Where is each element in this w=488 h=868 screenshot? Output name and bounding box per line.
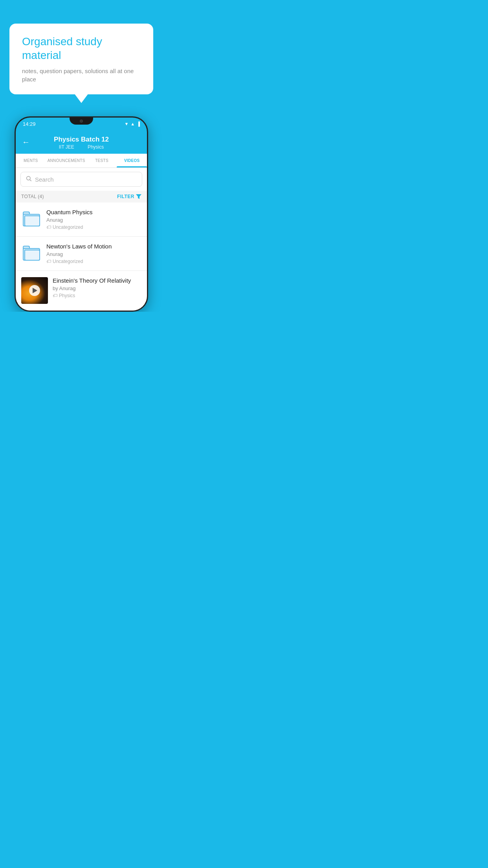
item-tag: 🏷 Physics — [53, 293, 141, 298]
speech-bubble: Organised study material notes, question… — [9, 24, 153, 94]
svg-marker-2 — [136, 194, 141, 199]
filter-button[interactable]: FILTER — [117, 194, 141, 199]
list-item[interactable]: Newton's Laws of Motion Anurag 🏷 Uncateg… — [16, 237, 147, 271]
tag-icon: 🏷 — [53, 293, 57, 298]
item-thumbnail — [21, 209, 42, 229]
tab-tests[interactable]: TESTS — [87, 154, 117, 167]
phone-wrapper: 14:29 ▼ ▲ ▐ ← Physics Batch 12 IIT JEE P… — [0, 116, 163, 312]
wifi-icon: ▼ — [124, 121, 128, 126]
item-title: Einstein's Theory Of Relativity — [53, 277, 141, 284]
item-info: Quantum Physics Anurag 🏷 Uncategorized — [46, 209, 141, 230]
tab-videos[interactable]: VIDEOS — [117, 154, 147, 167]
tab-ments[interactable]: MENTS — [16, 154, 46, 167]
tab-announcements[interactable]: ANNOUNCEMENTS — [46, 154, 87, 167]
search-icon — [26, 175, 32, 183]
app-header: ← Physics Batch 12 IIT JEE Physics — [16, 130, 147, 154]
play-icon — [33, 288, 37, 293]
item-author: Anurag — [46, 217, 141, 223]
phone-mockup: 14:29 ▼ ▲ ▐ ← Physics Batch 12 IIT JEE P… — [15, 116, 148, 312]
camera — [80, 120, 83, 123]
physics-label: Physics — [88, 144, 104, 150]
promo-subtitle: notes, question papers, solutions all at… — [22, 67, 141, 83]
video-list: Quantum Physics Anurag 🏷 Uncategorized — [16, 202, 147, 311]
filter-label: FILTER — [117, 194, 134, 199]
notch — [70, 118, 93, 125]
search-bar: Search — [16, 168, 147, 191]
tag-label: Physics — [59, 293, 75, 298]
tab-bar: MENTS ANNOUNCEMENTS TESTS VIDEOS — [16, 154, 147, 168]
list-item[interactable]: Quantum Physics Anurag 🏷 Uncategorized — [16, 202, 147, 237]
tag-icon: 🏷 — [46, 259, 51, 264]
filter-row: TOTAL (4) FILTER — [16, 191, 147, 202]
folder-icon — [23, 211, 40, 226]
item-title: Newton's Laws of Motion — [46, 243, 141, 250]
search-placeholder: Search — [35, 176, 54, 183]
iit-jee-label: IIT JEE — [59, 144, 74, 150]
separator — [80, 144, 83, 150]
item-tag: 🏷 Uncategorized — [46, 224, 141, 230]
promo-title: Organised study material — [22, 35, 141, 62]
tag-label: Uncategorized — [53, 224, 83, 230]
status-icons: ▼ ▲ ▐ — [124, 121, 140, 126]
item-author: Anurag — [46, 251, 141, 257]
total-count: TOTAL (4) — [21, 194, 44, 199]
item-thumbnail — [21, 243, 42, 263]
folder-icon — [23, 246, 40, 261]
play-button[interactable] — [29, 285, 40, 296]
search-input-wrapper[interactable]: Search — [20, 172, 142, 187]
batch-subtitle: IIT JEE Physics — [57, 144, 106, 150]
item-title: Quantum Physics — [46, 209, 141, 215]
item-info: Einstein's Theory Of Relativity by Anura… — [53, 277, 141, 298]
item-info: Newton's Laws of Motion Anurag 🏷 Uncateg… — [46, 243, 141, 264]
svg-line-1 — [30, 180, 31, 181]
status-bar: 14:29 ▼ ▲ ▐ — [16, 118, 147, 130]
status-time: 14:29 — [23, 121, 36, 127]
video-thumbnail — [21, 277, 48, 304]
item-by: by Anurag — [53, 285, 141, 291]
tag-label: Uncategorized — [53, 259, 83, 264]
svg-point-0 — [27, 177, 30, 180]
item-tag: 🏷 Uncategorized — [46, 259, 141, 264]
back-button[interactable]: ← — [22, 138, 30, 147]
promo-section: Organised study material notes, question… — [0, 0, 163, 94]
batch-title: Physics Batch 12 — [54, 136, 109, 143]
signal-icon: ▲ — [130, 121, 135, 126]
battery-icon: ▐ — [137, 121, 140, 126]
list-item[interactable]: Einstein's Theory Of Relativity by Anura… — [16, 271, 147, 311]
tag-icon: 🏷 — [46, 224, 51, 230]
